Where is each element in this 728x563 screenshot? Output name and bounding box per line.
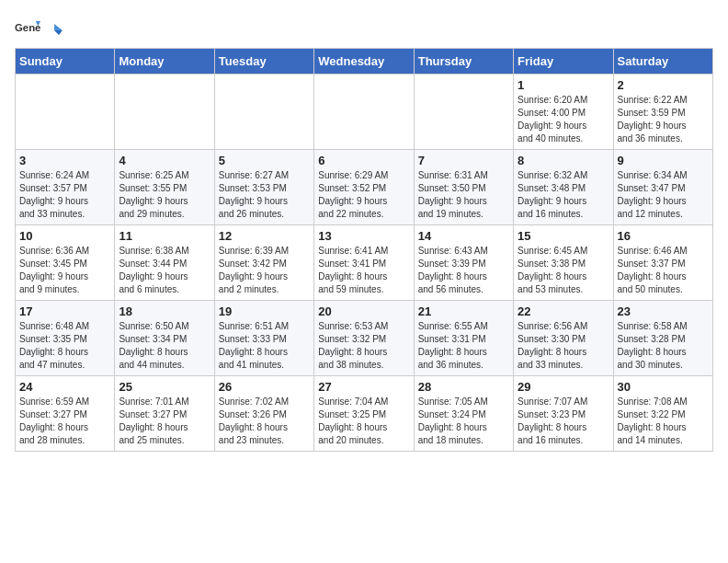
day-info: Sunrise: 6:39 AM Sunset: 3:42 PM Dayligh… <box>219 245 310 296</box>
day-info: Sunrise: 6:45 AM Sunset: 3:38 PM Dayligh… <box>518 245 609 296</box>
day-number: 17 <box>19 304 110 318</box>
calendar-header-row: SundayMondayTuesdayWednesdayThursdayFrid… <box>16 49 713 75</box>
day-number: 14 <box>418 229 509 243</box>
day-number: 2 <box>618 78 709 92</box>
calendar-cell: 13Sunrise: 6:41 AM Sunset: 3:41 PM Dayli… <box>314 225 414 301</box>
day-number: 28 <box>418 380 509 394</box>
calendar-cell <box>314 75 414 150</box>
calendar-cell: 25Sunrise: 7:01 AM Sunset: 3:27 PM Dayli… <box>115 376 214 452</box>
calendar-cell: 16Sunrise: 6:46 AM Sunset: 3:37 PM Dayli… <box>613 225 712 301</box>
calendar-cell <box>115 75 214 150</box>
day-number: 25 <box>119 380 210 394</box>
calendar-table: SundayMondayTuesdayWednesdayThursdayFrid… <box>15 48 713 452</box>
day-info: Sunrise: 6:36 AM Sunset: 3:45 PM Dayligh… <box>19 245 110 296</box>
day-number: 26 <box>219 380 310 394</box>
calendar-cell: 5Sunrise: 6:27 AM Sunset: 3:53 PM Daylig… <box>214 150 313 225</box>
day-info: Sunrise: 6:55 AM Sunset: 3:31 PM Dayligh… <box>418 320 509 372</box>
calendar-cell: 29Sunrise: 7:07 AM Sunset: 3:23 PM Dayli… <box>514 376 613 452</box>
day-info: Sunrise: 6:50 AM Sunset: 3:34 PM Dayligh… <box>119 320 210 372</box>
calendar-cell: 14Sunrise: 6:43 AM Sunset: 3:39 PM Dayli… <box>414 225 513 301</box>
day-number: 27 <box>318 380 409 394</box>
calendar-cell: 2Sunrise: 6:22 AM Sunset: 3:59 PM Daylig… <box>613 75 712 150</box>
day-info: Sunrise: 6:27 AM Sunset: 3:53 PM Dayligh… <box>219 169 310 221</box>
svg-text:General: General <box>15 22 40 33</box>
calendar-week-row: 10Sunrise: 6:36 AM Sunset: 3:45 PM Dayli… <box>16 225 713 301</box>
calendar-cell: 24Sunrise: 6:59 AM Sunset: 3:27 PM Dayli… <box>16 376 115 452</box>
calendar-cell: 23Sunrise: 6:58 AM Sunset: 3:28 PM Dayli… <box>613 301 712 376</box>
svg-marker-3 <box>54 30 63 35</box>
calendar-cell: 20Sunrise: 6:53 AM Sunset: 3:32 PM Dayli… <box>314 301 414 376</box>
calendar-cell: 8Sunrise: 6:32 AM Sunset: 3:48 PM Daylig… <box>514 150 613 225</box>
day-info: Sunrise: 6:34 AM Sunset: 3:47 PM Dayligh… <box>618 169 709 221</box>
day-info: Sunrise: 6:46 AM Sunset: 3:37 PM Dayligh… <box>618 245 709 296</box>
day-number: 21 <box>418 304 509 318</box>
day-number: 20 <box>318 304 409 318</box>
calendar-cell: 26Sunrise: 7:02 AM Sunset: 3:26 PM Dayli… <box>214 376 313 452</box>
day-info: Sunrise: 7:02 AM Sunset: 3:26 PM Dayligh… <box>219 396 310 447</box>
day-number: 7 <box>418 154 509 167</box>
calendar-cell: 10Sunrise: 6:36 AM Sunset: 3:45 PM Dayli… <box>16 225 115 301</box>
calendar-cell: 27Sunrise: 7:04 AM Sunset: 3:25 PM Dayli… <box>314 376 414 452</box>
svg-marker-2 <box>54 24 63 30</box>
day-info: Sunrise: 6:32 AM Sunset: 3:48 PM Dayligh… <box>518 169 609 221</box>
day-number: 10 <box>19 229 110 243</box>
day-number: 16 <box>618 229 709 243</box>
day-info: Sunrise: 6:59 AM Sunset: 3:27 PM Dayligh… <box>19 396 110 447</box>
day-info: Sunrise: 6:48 AM Sunset: 3:35 PM Dayligh… <box>19 320 110 372</box>
day-info: Sunrise: 6:43 AM Sunset: 3:39 PM Dayligh… <box>418 245 509 296</box>
day-number: 8 <box>518 154 609 167</box>
calendar-cell: 7Sunrise: 6:31 AM Sunset: 3:50 PM Daylig… <box>414 150 513 225</box>
calendar-cell: 15Sunrise: 6:45 AM Sunset: 3:38 PM Dayli… <box>514 225 613 301</box>
calendar-week-row: 17Sunrise: 6:48 AM Sunset: 3:35 PM Dayli… <box>16 301 713 376</box>
day-header-tuesday: Tuesday <box>214 49 313 75</box>
calendar-cell: 19Sunrise: 6:51 AM Sunset: 3:33 PM Dayli… <box>214 301 313 376</box>
day-number: 11 <box>119 229 210 243</box>
day-number: 18 <box>119 304 210 318</box>
day-number: 19 <box>219 304 310 318</box>
page-header: General <box>15 15 713 40</box>
day-number: 9 <box>618 154 709 167</box>
logo: General <box>15 15 63 40</box>
day-number: 13 <box>318 229 409 243</box>
calendar-cell: 3Sunrise: 6:24 AM Sunset: 3:57 PM Daylig… <box>16 150 115 225</box>
calendar-cell: 21Sunrise: 6:55 AM Sunset: 3:31 PM Dayli… <box>414 301 513 376</box>
calendar-week-row: 1Sunrise: 6:20 AM Sunset: 4:00 PM Daylig… <box>16 75 713 150</box>
calendar-cell: 1Sunrise: 6:20 AM Sunset: 4:00 PM Daylig… <box>514 75 613 150</box>
day-number: 22 <box>518 304 609 318</box>
calendar-cell: 30Sunrise: 7:08 AM Sunset: 3:22 PM Dayli… <box>613 376 712 452</box>
calendar-cell <box>214 75 313 150</box>
day-number: 30 <box>618 380 709 394</box>
day-number: 12 <box>219 229 310 243</box>
day-info: Sunrise: 6:38 AM Sunset: 3:44 PM Dayligh… <box>119 245 210 296</box>
day-number: 24 <box>19 380 110 394</box>
day-header-saturday: Saturday <box>613 49 712 75</box>
day-info: Sunrise: 6:31 AM Sunset: 3:50 PM Dayligh… <box>418 169 509 221</box>
calendar-cell: 9Sunrise: 6:34 AM Sunset: 3:47 PM Daylig… <box>613 150 712 225</box>
day-info: Sunrise: 6:25 AM Sunset: 3:55 PM Dayligh… <box>119 169 210 221</box>
day-info: Sunrise: 6:51 AM Sunset: 3:33 PM Dayligh… <box>219 320 310 372</box>
day-number: 5 <box>219 154 310 167</box>
day-info: Sunrise: 6:20 AM Sunset: 4:00 PM Dayligh… <box>518 94 609 145</box>
day-info: Sunrise: 7:05 AM Sunset: 3:24 PM Dayligh… <box>418 396 509 447</box>
calendar-cell: 18Sunrise: 6:50 AM Sunset: 3:34 PM Dayli… <box>115 301 214 376</box>
day-info: Sunrise: 6:41 AM Sunset: 3:41 PM Dayligh… <box>318 245 409 296</box>
day-header-wednesday: Wednesday <box>314 49 414 75</box>
calendar-cell: 17Sunrise: 6:48 AM Sunset: 3:35 PM Dayli… <box>16 301 115 376</box>
day-info: Sunrise: 6:29 AM Sunset: 3:52 PM Dayligh… <box>318 169 409 221</box>
day-header-monday: Monday <box>115 49 214 75</box>
day-number: 23 <box>618 304 709 318</box>
calendar-cell: 4Sunrise: 6:25 AM Sunset: 3:55 PM Daylig… <box>115 150 214 225</box>
logo-icon: General <box>15 15 40 40</box>
day-number: 4 <box>119 154 210 167</box>
day-info: Sunrise: 6:22 AM Sunset: 3:59 PM Dayligh… <box>618 94 709 145</box>
day-info: Sunrise: 7:08 AM Sunset: 3:22 PM Dayligh… <box>618 396 709 447</box>
day-number: 1 <box>518 78 609 92</box>
day-info: Sunrise: 7:04 AM Sunset: 3:25 PM Dayligh… <box>318 396 409 447</box>
day-number: 3 <box>19 154 110 167</box>
day-number: 15 <box>518 229 609 243</box>
calendar-week-row: 3Sunrise: 6:24 AM Sunset: 3:57 PM Daylig… <box>16 150 713 225</box>
calendar-cell <box>16 75 115 150</box>
calendar-cell <box>414 75 513 150</box>
day-info: Sunrise: 6:24 AM Sunset: 3:57 PM Dayligh… <box>19 169 110 221</box>
day-header-friday: Friday <box>514 49 613 75</box>
